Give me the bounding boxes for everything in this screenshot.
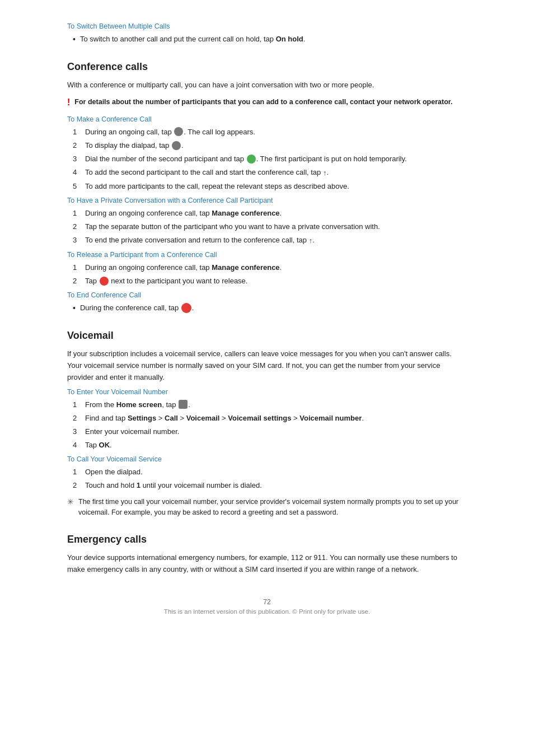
enter-voicemail-steps: 1 From the Home screen, tap . 2 Find and… [73,399,467,451]
call-green-icon [247,155,256,164]
emergency-calls-heading: Emergency calls [67,534,467,545]
warning-icon: ! [67,97,70,108]
voicemail-section: Voicemail If your subscription includes … [67,330,467,518]
voicemail-step-3: 3 Enter your voicemail number. [73,426,467,437]
footer-note: This is an internet version of this publ… [67,608,467,615]
step-2: 2 To display the dialpad, tap . [73,140,467,151]
warning-box: ! For details about the number of partic… [67,97,467,108]
conference-calls-heading: Conference calls [67,61,467,73]
voicemail-step-2: 2 Find and tap Settings > Call > Voicema… [73,413,467,424]
step-1: 1 During an ongoing call, tap . The call… [73,127,467,138]
step-5: 5 To add more participants to the call, … [73,181,467,192]
tip-box: ✳ The first time you call your voicemail… [67,497,467,518]
switch-calls-section: To Switch Between Multiple Calls • To sw… [67,22,467,45]
voicemail-intro: If your subscription includes a voicemai… [67,348,467,383]
merge-icon: ↑ [323,167,327,179]
step-4: 4 To add the second participant to the c… [73,167,467,179]
end-conference-text: During the conference call, tap . [80,302,194,314]
switch-calls-text: To switch to another call and put the cu… [80,34,306,45]
emergency-calls-section: Emergency calls Your device supports int… [67,534,467,576]
switch-calls-link[interactable]: To Switch Between Multiple Calls [67,22,467,30]
private-conversation-steps: 1 During an ongoing conference call, tap… [73,208,467,246]
merge-icon-2: ↑ [309,235,313,246]
bullet-dot: • [73,34,76,45]
voicemail-step-1: 1 From the Home screen, tap . [73,399,467,410]
private-step-3: 3 To end the private conversation and re… [73,235,467,246]
release-participant-steps: 1 During an ongoing conference call, tap… [73,262,467,287]
private-step-1: 1 During an ongoing conference call, tap… [73,208,467,219]
private-conversation-link[interactable]: To Have a Private Conversation with a Co… [67,197,467,204]
step-3: 3 Dial the number of the second particip… [73,153,467,165]
call-voicemail-steps: 1 Open the dialpad. 2 Touch and hold 1 u… [73,466,467,491]
call-voicemail-step-2: 2 Touch and hold 1 until your voicemail … [73,480,467,491]
end-call-icon [181,303,191,313]
voicemail-step-4: 4 Tap OK. [73,440,467,451]
release-participant-link[interactable]: To Release a Participant from a Conferen… [67,251,467,259]
make-conference-steps: 1 During an ongoing call, tap . The call… [73,127,467,192]
end-conference-bullet: • During the conference call, tap . [73,302,467,314]
conference-calls-intro: With a conference or multiparty call, yo… [67,80,467,91]
dialpad-icon [172,141,181,150]
tip-text: The first time you call your voicemail n… [78,497,467,518]
warning-text: For details about the number of particip… [74,97,452,108]
end-conference-link[interactable]: To End Conference Call [67,291,467,299]
release-step-1: 1 During an ongoing conference call, tap… [73,262,467,273]
call-voicemail-link[interactable]: To Call Your Voicemail Service [67,455,467,463]
make-conference-link[interactable]: To Make a Conference Call [67,115,467,123]
voicemail-heading: Voicemail [67,330,467,342]
call-voicemail-step-1: 1 Open the dialpad. [73,466,467,478]
switch-calls-bullet: • To switch to another call and put the … [73,34,467,45]
private-step-2: 2 Tap the separate button of the partici… [73,221,467,232]
emergency-calls-intro: Your device supports international emerg… [67,552,467,576]
conference-calls-section: Conference calls With a conference or mu… [67,61,467,314]
apps-icon [179,400,188,409]
bullet-dot-2: • [73,302,76,314]
page-number: 72 [67,598,467,606]
enter-voicemail-link[interactable]: To Enter Your Voicemail Number [67,388,467,396]
call-add-icon [174,127,183,136]
release-step-2: 2 Tap next to the participant you want t… [73,276,467,287]
release-red-icon [100,277,109,286]
tip-icon: ✳ [67,497,74,506]
